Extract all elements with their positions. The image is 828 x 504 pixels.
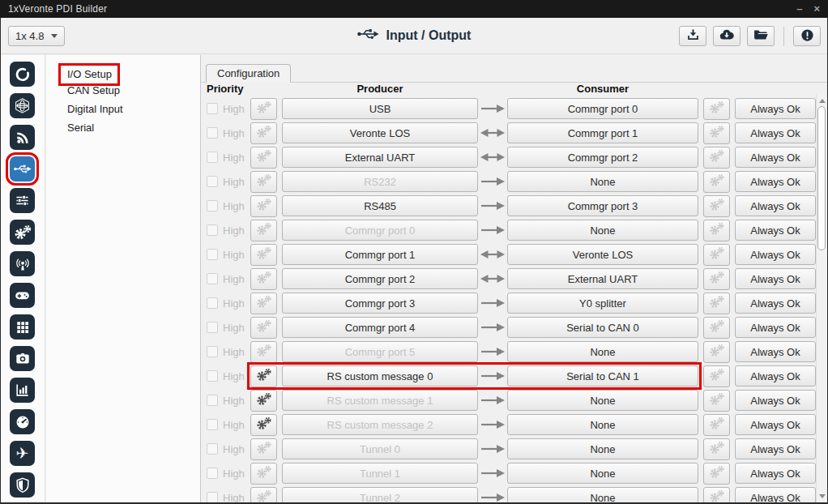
producer-config-button[interactable] — [250, 390, 277, 412]
priority-checkbox[interactable] — [207, 249, 218, 260]
consumer-config-button[interactable] — [703, 293, 730, 314]
priority-checkbox[interactable] — [207, 224, 218, 236]
download-button[interactable] — [679, 26, 706, 46]
producer-config-button[interactable] — [250, 244, 277, 266]
consumer-config-button[interactable] — [703, 122, 730, 144]
status-button[interactable]: Always Ok — [735, 147, 816, 168]
consumer-config-button[interactable] — [703, 220, 730, 241]
consumer-button[interactable]: None — [507, 220, 698, 241]
consumer-config-button[interactable] — [703, 341, 730, 363]
priority-checkbox[interactable] — [207, 468, 218, 479]
producer-config-button[interactable] — [250, 220, 277, 241]
consumer-config-button[interactable] — [703, 487, 730, 503]
consumer-button[interactable]: None — [507, 463, 698, 484]
status-button[interactable]: Always Ok — [735, 195, 816, 216]
consumer-button[interactable]: None — [507, 390, 698, 411]
status-button[interactable]: Always Ok — [735, 438, 816, 459]
producer-config-button[interactable] — [250, 195, 277, 217]
producer-config-button[interactable] — [250, 365, 277, 387]
consumer-config-button[interactable] — [703, 268, 730, 290]
priority-checkbox[interactable] — [207, 346, 218, 357]
priority-checkbox[interactable] — [207, 443, 218, 455]
status-button[interactable]: Always Ok — [735, 317, 816, 338]
consumer-button[interactable]: Commgr port 3 — [507, 195, 698, 216]
producer-button[interactable]: RS485 — [282, 195, 478, 216]
minimize-icon[interactable]: – — [796, 0, 802, 18]
producer-button[interactable]: RS custom message 1 — [282, 390, 478, 411]
producer-config-button[interactable] — [250, 147, 277, 169]
consumer-button[interactable]: Serial to CAN 1 — [507, 365, 698, 387]
consumer-button[interactable]: Veronte LOS — [507, 244, 698, 265]
sidebar-item-stick[interactable] — [10, 283, 35, 308]
priority-checkbox[interactable] — [207, 152, 218, 163]
consumer-button[interactable]: Commgr port 2 — [507, 147, 698, 168]
scroll-down-icon[interactable] — [817, 490, 827, 502]
producer-button[interactable]: External UART — [282, 147, 478, 168]
priority-checkbox[interactable] — [207, 419, 218, 430]
sidebar-item-camera[interactable] — [10, 346, 35, 371]
consumer-config-button[interactable] — [703, 390, 730, 412]
status-button[interactable]: Always Ok — [735, 390, 816, 411]
sidebar-item-control[interactable] — [10, 188, 35, 213]
consumer-config-button[interactable] — [703, 365, 730, 387]
producer-button[interactable]: Commgr port 4 — [282, 317, 478, 338]
status-button[interactable]: Always Ok — [735, 341, 816, 362]
sidebar-item-hil[interactable] — [10, 409, 35, 434]
producer-button[interactable]: Commgr port 2 — [282, 268, 478, 289]
consumer-button[interactable]: None — [507, 171, 698, 192]
sidebar-item-automations[interactable] — [10, 220, 35, 245]
status-button[interactable]: Always Ok — [735, 98, 816, 119]
consumer-button[interactable]: Commgr port 0 — [507, 98, 698, 119]
consumer-config-button[interactable] — [703, 98, 730, 120]
producer-config-button[interactable] — [250, 171, 277, 193]
vertical-scrollbar[interactable] — [816, 95, 827, 502]
sidebar-item-input-output[interactable] — [10, 156, 35, 182]
consumer-config-button[interactable] — [703, 147, 730, 169]
producer-button[interactable]: Commgr port 3 — [282, 293, 478, 314]
open-folder-button[interactable] — [747, 26, 775, 46]
priority-checkbox[interactable] — [207, 200, 218, 211]
menu-item-i-o-setup[interactable]: I/O Setup — [46, 63, 200, 82]
sidebar-item-flight[interactable]: ✈ — [10, 441, 35, 466]
producer-button[interactable]: Tunnel 1 — [282, 463, 478, 484]
consumer-button[interactable]: Serial to CAN 0 — [507, 317, 698, 338]
consumer-button[interactable]: None — [507, 487, 698, 502]
status-button[interactable]: Always Ok — [735, 244, 816, 265]
producer-button[interactable]: Tunnel 2 — [282, 487, 478, 502]
sidebar-item-platform[interactable] — [10, 62, 35, 87]
consumer-button[interactable]: External UART — [507, 268, 698, 289]
menu-item-serial[interactable]: Serial — [46, 119, 200, 138]
sidebar-item-telemetry-chart[interactable] — [10, 378, 35, 403]
scroll-up-icon[interactable] — [817, 95, 827, 106]
consumer-button[interactable]: None — [507, 414, 698, 435]
priority-checkbox[interactable] — [207, 103, 218, 114]
sidebar-item-communications[interactable] — [10, 251, 35, 276]
priority-checkbox[interactable] — [207, 395, 218, 406]
producer-config-button[interactable] — [250, 414, 277, 436]
producer-config-button[interactable] — [250, 98, 277, 120]
producer-config-button[interactable] — [250, 463, 277, 485]
sidebar-item-blocks[interactable] — [10, 314, 35, 340]
producer-button[interactable]: Veronte LOS — [282, 122, 478, 143]
sidebar-item-telemetry[interactable] — [10, 125, 35, 150]
consumer-config-button[interactable] — [703, 438, 730, 460]
consumer-config-button[interactable] — [703, 414, 730, 436]
consumer-config-button[interactable] — [703, 195, 730, 217]
producer-config-button[interactable] — [250, 317, 277, 339]
producer-button[interactable]: RS232 — [282, 171, 478, 192]
priority-checkbox[interactable] — [207, 273, 218, 284]
sidebar-item-hexagon-globe[interactable] — [10, 93, 35, 118]
close-icon[interactable]: × — [813, 0, 820, 18]
status-button[interactable]: Always Ok — [735, 414, 816, 435]
producer-button[interactable]: Commgr port 1 — [282, 244, 478, 265]
scrollbar-thumb[interactable] — [817, 106, 826, 250]
producer-config-button[interactable] — [250, 268, 277, 290]
priority-checkbox[interactable] — [207, 176, 218, 187]
menu-item-can-setup[interactable]: CAN Setup — [46, 82, 200, 100]
producer-config-button[interactable] — [250, 122, 277, 144]
status-button[interactable]: Always Ok — [735, 293, 816, 314]
producer-config-button[interactable] — [250, 293, 277, 314]
status-button[interactable]: Always Ok — [735, 171, 816, 192]
consumer-config-button[interactable] — [703, 463, 730, 485]
producer-config-button[interactable] — [250, 341, 277, 363]
